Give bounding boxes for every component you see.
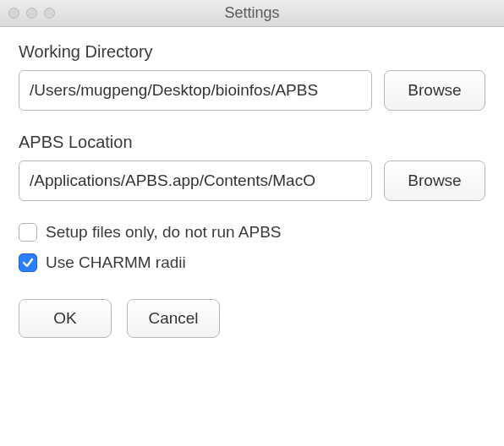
working-directory-group: Working Directory /Users/mugpeng/Desktop… (19, 42, 485, 111)
apbs-location-browse-button[interactable]: Browse (384, 160, 485, 201)
zoom-icon[interactable] (44, 8, 55, 19)
apbs-location-input[interactable]: /Applications/APBS.app/Contents/MacO (19, 160, 372, 201)
cancel-button[interactable]: Cancel (127, 299, 220, 338)
use-charmm-label: Use CHARMM radii (46, 253, 186, 272)
apbs-location-value: /Applications/APBS.app/Contents/MacO (30, 171, 315, 190)
close-icon[interactable] (8, 8, 19, 19)
titlebar: Settings (0, 0, 504, 27)
working-directory-browse-button[interactable]: Browse (384, 70, 485, 111)
apbs-location-group: APBS Location /Applications/APBS.app/Con… (19, 133, 485, 201)
footer: OK Cancel (19, 299, 485, 338)
use-charmm-row[interactable]: Use CHARMM radii (19, 253, 485, 272)
setup-only-label: Setup files only, do not run APBS (46, 223, 282, 242)
working-directory-label: Working Directory (19, 42, 485, 62)
use-charmm-checkbox[interactable] (19, 253, 37, 272)
window-title: Settings (0, 4, 504, 22)
window-controls (8, 8, 55, 19)
ok-button[interactable]: OK (19, 299, 112, 338)
content: Working Directory /Users/mugpeng/Desktop… (0, 27, 504, 353)
setup-only-row[interactable]: Setup files only, do not run APBS (19, 223, 485, 242)
setup-only-checkbox[interactable] (19, 223, 37, 242)
apbs-location-label: APBS Location (19, 133, 485, 152)
minimize-icon[interactable] (26, 8, 37, 19)
working-directory-value: /Users/mugpeng/Desktop/bioinfos/APBS (30, 81, 318, 100)
options-group: Setup files only, do not run APBS Use CH… (19, 223, 485, 272)
working-directory-input[interactable]: /Users/mugpeng/Desktop/bioinfos/APBS (19, 70, 372, 111)
